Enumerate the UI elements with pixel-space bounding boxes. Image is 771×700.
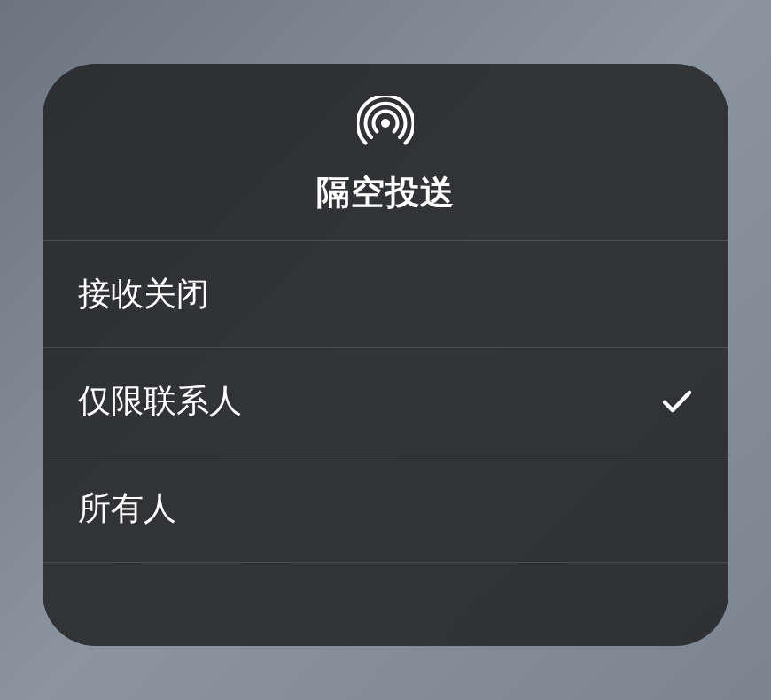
airdrop-settings-panel: 隔空投送 接收关闭 仅限联系人 所有人 — [43, 64, 728, 646]
option-label: 仅限联系人 — [78, 379, 242, 424]
check-icon — [661, 493, 693, 525]
check-icon — [661, 385, 693, 417]
option-everyone[interactable]: 所有人 — [43, 455, 728, 563]
check-icon — [661, 278, 693, 310]
option-receiving-off[interactable]: 接收关闭 — [43, 241, 728, 348]
option-contacts-only[interactable]: 仅限联系人 — [43, 348, 728, 455]
airdrop-icon — [357, 96, 414, 152]
panel-title: 隔空投送 — [316, 170, 455, 215]
panel-header: 隔空投送 — [43, 64, 728, 241]
option-list: 接收关闭 仅限联系人 所有人 — [43, 241, 728, 563]
svg-point-0 — [381, 119, 390, 128]
option-label: 所有人 — [78, 486, 176, 531]
option-label: 接收关闭 — [78, 272, 209, 316]
